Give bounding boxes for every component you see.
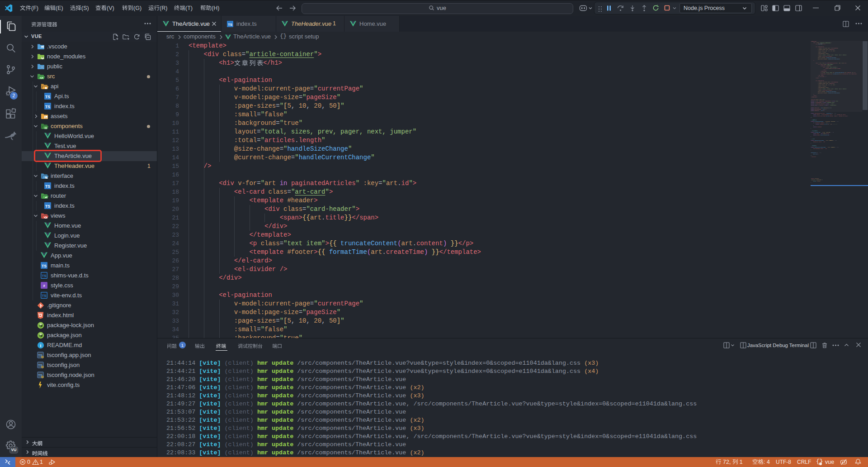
svg-text:TS: TS [45, 184, 50, 189]
svg-text:TS: TS [228, 23, 232, 27]
svg-text:TS: TS [42, 294, 47, 298]
svg-text:TS: TS [45, 105, 50, 109]
svg-text:i: i [40, 343, 42, 348]
svg-text:TS: TS [42, 274, 47, 278]
svg-text:TS: TS [42, 264, 47, 268]
svg-text:TS: TS [45, 204, 50, 209]
svg-text:TS: TS [45, 95, 50, 99]
